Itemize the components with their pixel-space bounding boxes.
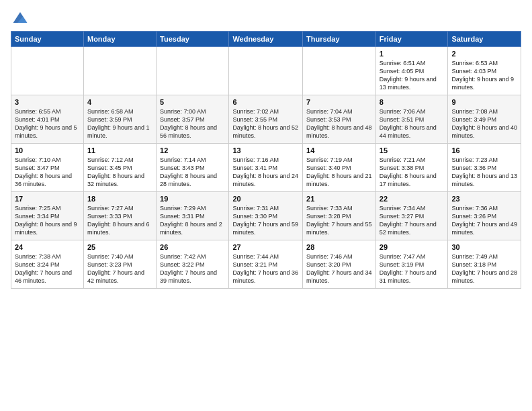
calendar-day-cell xyxy=(303,47,376,95)
day-info: Sunrise: 7:06 AM Sunset: 3:51 PM Dayligh… xyxy=(380,107,445,140)
calendar-day-cell: 22Sunrise: 7:34 AM Sunset: 3:27 PM Dayli… xyxy=(375,192,448,240)
day-number: 18 xyxy=(87,195,152,203)
day-number: 13 xyxy=(232,146,299,154)
day-number: 2 xyxy=(451,50,517,58)
calendar-day-header: Tuesday xyxy=(157,32,229,47)
day-info: Sunrise: 7:16 AM Sunset: 3:41 PM Dayligh… xyxy=(232,156,299,189)
day-info: Sunrise: 7:42 AM Sunset: 3:22 PM Dayligh… xyxy=(160,253,225,285)
day-info: Sunrise: 7:23 AM Sunset: 3:36 PM Dayligh… xyxy=(451,156,517,189)
day-info: Sunrise: 7:14 AM Sunset: 3:43 PM Dayligh… xyxy=(160,156,225,189)
day-info: Sunrise: 6:55 AM Sunset: 4:01 PM Dayligh… xyxy=(15,107,80,140)
calendar-day-header: Thursday xyxy=(303,32,376,47)
calendar-day-cell: 24Sunrise: 7:38 AM Sunset: 3:24 PM Dayli… xyxy=(11,240,84,289)
day-info: Sunrise: 6:51 AM Sunset: 4:05 PM Dayligh… xyxy=(380,59,445,92)
calendar-day-cell xyxy=(157,47,229,95)
day-info: Sunrise: 6:53 AM Sunset: 4:03 PM Dayligh… xyxy=(451,59,517,92)
calendar-day-cell: 19Sunrise: 7:29 AM Sunset: 3:31 PM Dayli… xyxy=(157,192,229,240)
day-info: Sunrise: 6:58 AM Sunset: 3:59 PM Dayligh… xyxy=(87,107,152,140)
day-info: Sunrise: 7:38 AM Sunset: 3:24 PM Dayligh… xyxy=(15,253,80,285)
calendar-day-cell: 12Sunrise: 7:14 AM Sunset: 3:43 PM Dayli… xyxy=(157,144,229,192)
calendar-day-cell: 20Sunrise: 7:31 AM Sunset: 3:30 PM Dayli… xyxy=(229,192,303,240)
calendar-day-cell: 2Sunrise: 6:53 AM Sunset: 4:03 PM Daylig… xyxy=(448,47,521,95)
calendar-day-cell xyxy=(229,47,303,95)
day-info: Sunrise: 7:21 AM Sunset: 3:38 PM Dayligh… xyxy=(380,156,445,189)
day-number: 24 xyxy=(15,243,80,251)
logo xyxy=(11,11,28,24)
day-info: Sunrise: 7:49 AM Sunset: 3:18 PM Dayligh… xyxy=(451,253,517,285)
day-info: Sunrise: 7:40 AM Sunset: 3:23 PM Dayligh… xyxy=(87,253,152,285)
calendar-day-cell: 25Sunrise: 7:40 AM Sunset: 3:23 PM Dayli… xyxy=(83,240,156,289)
calendar-day-cell: 27Sunrise: 7:44 AM Sunset: 3:21 PM Dayli… xyxy=(229,240,303,289)
calendar-day-cell: 23Sunrise: 7:36 AM Sunset: 3:26 PM Dayli… xyxy=(448,192,521,240)
calendar-day-header: Sunday xyxy=(11,32,84,47)
day-number: 29 xyxy=(380,243,445,251)
day-number: 30 xyxy=(451,243,517,251)
day-number: 10 xyxy=(15,146,80,154)
day-info: Sunrise: 7:36 AM Sunset: 3:26 PM Dayligh… xyxy=(451,204,517,237)
calendar-day-cell xyxy=(83,47,156,95)
day-info: Sunrise: 7:47 AM Sunset: 3:19 PM Dayligh… xyxy=(380,253,445,285)
calendar-week-row: 1Sunrise: 6:51 AM Sunset: 4:05 PM Daylig… xyxy=(11,47,521,95)
calendar-day-cell: 7Sunrise: 7:04 AM Sunset: 3:53 PM Daylig… xyxy=(303,95,376,144)
day-info: Sunrise: 7:27 AM Sunset: 3:33 PM Dayligh… xyxy=(87,204,152,237)
calendar-day-cell: 30Sunrise: 7:49 AM Sunset: 3:18 PM Dayli… xyxy=(448,240,521,289)
calendar-day-cell: 21Sunrise: 7:33 AM Sunset: 3:28 PM Dayli… xyxy=(303,192,376,240)
calendar-day-header: Saturday xyxy=(448,32,521,47)
day-number: 6 xyxy=(232,98,299,106)
day-info: Sunrise: 7:33 AM Sunset: 3:28 PM Dayligh… xyxy=(306,204,372,237)
day-info: Sunrise: 7:08 AM Sunset: 3:49 PM Dayligh… xyxy=(451,107,517,140)
calendar-day-cell: 1Sunrise: 6:51 AM Sunset: 4:05 PM Daylig… xyxy=(375,47,448,95)
day-number: 7 xyxy=(306,98,372,106)
day-number: 17 xyxy=(15,195,80,203)
day-number: 23 xyxy=(451,195,517,203)
calendar-day-cell: 26Sunrise: 7:42 AM Sunset: 3:22 PM Dayli… xyxy=(157,240,229,289)
day-number: 3 xyxy=(15,98,80,106)
calendar-day-header: Friday xyxy=(375,32,448,47)
calendar-day-cell: 5Sunrise: 7:00 AM Sunset: 3:57 PM Daylig… xyxy=(157,95,229,144)
day-number: 19 xyxy=(160,195,225,203)
day-number: 12 xyxy=(160,146,225,154)
day-info: Sunrise: 7:04 AM Sunset: 3:53 PM Dayligh… xyxy=(306,107,372,140)
calendar-day-cell: 6Sunrise: 7:02 AM Sunset: 3:55 PM Daylig… xyxy=(229,95,303,144)
day-number: 25 xyxy=(87,243,152,251)
page: SundayMondayTuesdayWednesdayThursdayFrid… xyxy=(0,0,532,295)
day-number: 1 xyxy=(380,50,445,58)
calendar-day-cell: 9Sunrise: 7:08 AM Sunset: 3:49 PM Daylig… xyxy=(448,95,521,144)
calendar-day-header: Wednesday xyxy=(229,32,303,47)
day-info: Sunrise: 7:02 AM Sunset: 3:55 PM Dayligh… xyxy=(232,107,299,140)
calendar-day-cell: 4Sunrise: 6:58 AM Sunset: 3:59 PM Daylig… xyxy=(83,95,156,144)
calendar-week-row: 10Sunrise: 7:10 AM Sunset: 3:47 PM Dayli… xyxy=(11,144,521,192)
day-number: 11 xyxy=(87,146,152,154)
day-number: 4 xyxy=(87,98,152,106)
calendar-day-cell: 16Sunrise: 7:23 AM Sunset: 3:36 PM Dayli… xyxy=(448,144,521,192)
day-info: Sunrise: 7:00 AM Sunset: 3:57 PM Dayligh… xyxy=(160,107,225,140)
day-info: Sunrise: 7:31 AM Sunset: 3:30 PM Dayligh… xyxy=(232,204,299,237)
calendar-day-header: Monday xyxy=(83,32,156,47)
day-info: Sunrise: 7:29 AM Sunset: 3:31 PM Dayligh… xyxy=(160,204,225,237)
calendar-week-row: 3Sunrise: 6:55 AM Sunset: 4:01 PM Daylig… xyxy=(11,95,521,144)
day-info: Sunrise: 7:25 AM Sunset: 3:34 PM Dayligh… xyxy=(15,204,80,237)
calendar-day-cell: 11Sunrise: 7:12 AM Sunset: 3:45 PM Dayli… xyxy=(83,144,156,192)
calendar-day-cell: 3Sunrise: 6:55 AM Sunset: 4:01 PM Daylig… xyxy=(11,95,84,144)
day-info: Sunrise: 7:10 AM Sunset: 3:47 PM Dayligh… xyxy=(15,156,80,189)
calendar-day-cell: 29Sunrise: 7:47 AM Sunset: 3:19 PM Dayli… xyxy=(375,240,448,289)
day-number: 14 xyxy=(306,146,372,154)
day-number: 5 xyxy=(160,98,225,106)
day-number: 9 xyxy=(451,98,517,106)
calendar-week-row: 17Sunrise: 7:25 AM Sunset: 3:34 PM Dayli… xyxy=(11,192,521,240)
day-number: 20 xyxy=(232,195,299,203)
header xyxy=(11,11,521,24)
day-info: Sunrise: 7:46 AM Sunset: 3:20 PM Dayligh… xyxy=(306,253,372,285)
calendar-day-cell: 17Sunrise: 7:25 AM Sunset: 3:34 PM Dayli… xyxy=(11,192,84,240)
day-number: 26 xyxy=(160,243,225,251)
calendar-day-cell: 28Sunrise: 7:46 AM Sunset: 3:20 PM Dayli… xyxy=(303,240,376,289)
calendar-day-cell xyxy=(11,47,84,95)
calendar-day-cell: 10Sunrise: 7:10 AM Sunset: 3:47 PM Dayli… xyxy=(11,144,84,192)
calendar-header-row: SundayMondayTuesdayWednesdayThursdayFrid… xyxy=(11,32,521,47)
logo-icon xyxy=(12,11,28,24)
day-number: 22 xyxy=(380,195,445,203)
calendar-day-cell: 13Sunrise: 7:16 AM Sunset: 3:41 PM Dayli… xyxy=(229,144,303,192)
day-number: 15 xyxy=(380,146,445,154)
day-number: 8 xyxy=(380,98,445,106)
calendar-day-cell: 15Sunrise: 7:21 AM Sunset: 3:38 PM Dayli… xyxy=(375,144,448,192)
